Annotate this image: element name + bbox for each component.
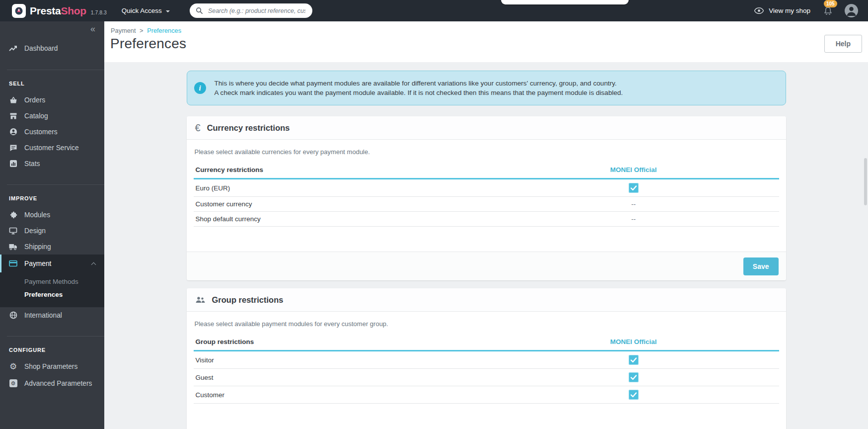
- sidebar-item-international[interactable]: International: [0, 307, 104, 323]
- customer-checkbox[interactable]: [629, 390, 639, 400]
- chevron-up-icon: [91, 262, 96, 267]
- global-search[interactable]: [190, 3, 312, 18]
- scrollbar-thumb[interactable]: [864, 158, 867, 205]
- checkmark-icon: [629, 183, 639, 193]
- store-icon: [9, 112, 17, 120]
- table-header-row: Currency restrictions MONEI Official: [194, 162, 779, 179]
- payment-submenu: Payment Methods Preferences: [0, 272, 104, 307]
- currency-panel-description: Please select available currencies for e…: [194, 140, 779, 162]
- sidebar-item-label: Payment: [24, 260, 51, 267]
- sidebar-subitem-label: Preferences: [24, 291, 63, 298]
- collapse-icon: «: [90, 24, 95, 34]
- column-header-currency: Currency restrictions: [194, 162, 487, 179]
- sidebar-item-payment-methods[interactable]: Payment Methods: [0, 275, 104, 288]
- page-header: Payment > Preferences Preferences Help: [104, 21, 868, 62]
- search-icon: [196, 7, 203, 14]
- view-my-shop-label: View my shop: [769, 7, 810, 14]
- sidebar-item-stats[interactable]: Stats: [0, 156, 104, 172]
- row-label: Shop default currency: [194, 212, 487, 227]
- row-value: --: [486, 212, 779, 227]
- sidebar-item-customers[interactable]: Customers: [0, 124, 104, 140]
- brand-name: PrestaShop: [30, 5, 86, 17]
- group-restrictions-panel: Group restrictions Please select availab…: [187, 288, 786, 429]
- help-button[interactable]: Help: [824, 35, 862, 53]
- euro-icon: €: [195, 123, 201, 133]
- breadcrumb: Payment > Preferences: [104, 21, 868, 34]
- sidebar-section-sell: SELL: [0, 70, 104, 92]
- breadcrumb-current[interactable]: Preferences: [147, 27, 181, 34]
- content-column: i This is where you decide what payment …: [187, 71, 786, 429]
- table-row: Customer: [194, 386, 779, 404]
- sidebar-item-customer-service[interactable]: Customer Service: [0, 140, 104, 156]
- sidebar-item-label: Stats: [24, 160, 40, 168]
- group-panel-header: Group restrictions: [187, 288, 786, 312]
- table-row: Visitor: [194, 351, 779, 369]
- sidebar-item-shipping[interactable]: Shipping: [0, 239, 104, 255]
- prestashop-logo-mark: [13, 5, 24, 16]
- sidebar-item-label: Orders: [24, 96, 45, 104]
- chat-icon: [9, 144, 17, 152]
- sidebar-item-label: Shop Parameters: [24, 363, 77, 370]
- quick-access-label: Quick Access: [122, 7, 162, 14]
- breadcrumb-parent[interactable]: Payment: [111, 27, 136, 34]
- sidebar-section-improve: IMPROVE: [0, 185, 104, 207]
- sidebar-item-label: International: [24, 312, 62, 319]
- checkmark-icon: [629, 355, 639, 365]
- row-label: Euro (EUR): [194, 179, 487, 197]
- search-input[interactable]: [207, 7, 306, 15]
- monitor-icon: [9, 227, 17, 235]
- credit-card-icon: [9, 259, 17, 268]
- top-bar: PrestaShop 1.7.8.3 Quick Access View my …: [0, 0, 868, 21]
- notifications-button[interactable]: 105: [823, 7, 833, 17]
- sidebar-section-configure: CONFIGURE: [0, 337, 104, 358]
- currency-panel-body: Please select available currencies for e…: [187, 140, 786, 252]
- sidebar-item-advanced-parameters[interactable]: ⚙ Advanced Parameters: [0, 375, 104, 391]
- info-alert: i This is where you decide what payment …: [187, 71, 786, 105]
- sidebar-subitem-label: Payment Methods: [24, 278, 78, 285]
- column-header-monei[interactable]: MONEI Official: [486, 162, 779, 179]
- sidebar-nav: « Dashboard SELL Orders Catalog Customer…: [0, 21, 104, 429]
- globe-icon: [9, 311, 17, 320]
- sidebar-item-modules[interactable]: Modules: [0, 207, 104, 223]
- sidebar-item-payment[interactable]: Payment: [0, 255, 104, 272]
- quick-access-menu[interactable]: Quick Access: [122, 7, 170, 14]
- currency-panel-title: Currency restrictions: [207, 123, 290, 133]
- sidebar-item-label: Shipping: [24, 243, 51, 251]
- sidebar-item-label: Catalog: [24, 112, 48, 120]
- sidebar-item-label: Advanced Parameters: [24, 380, 92, 387]
- sidebar-item-dashboard[interactable]: Dashboard: [0, 40, 104, 57]
- info-alert-line2: A check mark indicates you want the paym…: [215, 88, 623, 97]
- sidebar-item-design[interactable]: Design: [0, 223, 104, 239]
- bell-icon: [823, 7, 833, 15]
- row-label: Guest: [194, 369, 487, 386]
- sidebar-item-preferences[interactable]: Preferences: [0, 288, 104, 301]
- sidebar-item-shop-parameters[interactable]: ⚙ Shop Parameters: [0, 358, 104, 374]
- table-row: Shop default currency --: [194, 212, 779, 227]
- table-row: Euro (EUR): [194, 179, 779, 197]
- column-header-monei[interactable]: MONEI Official: [486, 334, 779, 351]
- table-header-row: Group restrictions MONEI Official: [194, 334, 779, 351]
- view-my-shop-link[interactable]: View my shop: [754, 7, 810, 14]
- sidebar-item-label: Customers: [24, 128, 58, 136]
- visitor-checkbox[interactable]: [629, 355, 639, 365]
- sidebar-item-catalog[interactable]: Catalog: [0, 108, 104, 124]
- row-value: --: [486, 197, 779, 212]
- group-panel-description: Please select available payment modules …: [194, 312, 779, 334]
- sidebar-payment-group: Payment Payment Methods Preferences: [0, 255, 104, 307]
- main-content: Payment > Preferences Preferences Help i…: [104, 21, 868, 429]
- euro-eur-checkbox[interactable]: [629, 183, 639, 193]
- save-button[interactable]: Save: [743, 257, 779, 275]
- currency-panel-footer: Save: [187, 252, 786, 280]
- info-alert-text: This is where you decide what payment mo…: [215, 79, 623, 97]
- sidebar-item-label: Modules: [24, 211, 50, 219]
- sidebar-collapse-button[interactable]: «: [0, 21, 104, 33]
- person-icon: [845, 4, 858, 17]
- user-avatar[interactable]: [845, 4, 858, 17]
- sidebar-item-orders[interactable]: Orders: [0, 92, 104, 108]
- column-header-group: Group restrictions: [194, 334, 487, 351]
- brand-shop: Shop: [61, 5, 86, 16]
- page-title: Preferences: [104, 34, 868, 52]
- guest-checkbox[interactable]: [629, 372, 639, 382]
- group-panel-body: Please select available payment modules …: [187, 312, 786, 429]
- header-actions: View my shop 105: [754, 4, 868, 17]
